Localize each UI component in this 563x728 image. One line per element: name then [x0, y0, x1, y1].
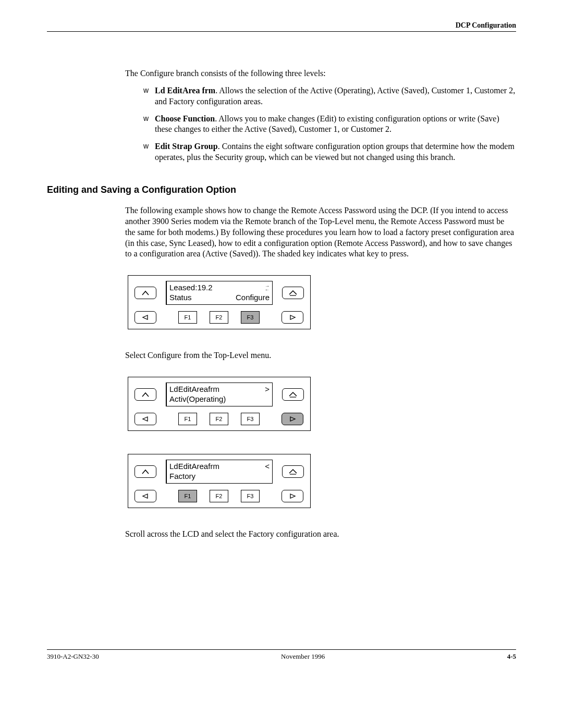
left-button[interactable] — [134, 413, 156, 425]
bullet-item: w Choose Function. Allows you to make ch… — [143, 114, 516, 135]
home-up-button[interactable] — [282, 287, 304, 299]
footer-right: 4-5 — [507, 652, 516, 661]
page-footer: 3910-A2-GN32-30 November 1996 4-5 — [47, 649, 516, 661]
section-paragraph: The following example shows how to chang… — [125, 205, 516, 260]
lcd-line1-left: LdEditAreafrm — [169, 462, 219, 472]
f3-key[interactable]: F3 — [241, 490, 260, 502]
intro-paragraph: The Configure branch consists of the fol… — [125, 68, 516, 79]
data-transfer-icon: →← — [265, 285, 270, 292]
f3-key[interactable]: F3 — [241, 311, 260, 324]
up-button[interactable] — [134, 388, 156, 401]
f1-key[interactable]: F1 — [178, 490, 197, 502]
lcd-line1-left: LdEditAreafrm — [169, 385, 219, 394]
bullet-title: Edit Strap Group — [155, 142, 218, 151]
left-button[interactable] — [134, 311, 156, 324]
footer-center: November 1996 — [281, 652, 325, 661]
home-up-button[interactable] — [282, 465, 304, 478]
lcd-panel-2: LdEditAreafrm > Activ(Operating) F1 F2 F… — [128, 377, 311, 431]
lcd-screen: LdEditAreafrm < Factory — [166, 460, 273, 484]
f2-key[interactable]: F2 — [210, 490, 228, 502]
lcd-panel-3: LdEditAreafrm < Factory F1 F2 F3 — [128, 454, 311, 508]
bullet-glyph: w — [143, 85, 155, 107]
bullet-item: w Ld EditArea frm. Allows the selection … — [143, 85, 516, 107]
f1-key[interactable]: F1 — [178, 413, 197, 425]
bullet-glyph: w — [143, 141, 155, 163]
footer-left: 3910-A2-GN32-30 — [47, 652, 99, 661]
bullet-glyph: w — [143, 114, 155, 135]
lcd-line2-right: Configure — [236, 293, 270, 303]
home-up-button[interactable] — [282, 388, 304, 401]
left-button[interactable] — [134, 490, 156, 502]
bullet-list: w Ld EditArea frm. Allows the selection … — [143, 85, 516, 163]
f1-key[interactable]: F1 — [178, 311, 197, 324]
bullet-title: Choose Function — [155, 114, 215, 123]
lcd-line1-right: < — [265, 462, 270, 472]
f2-key[interactable]: F2 — [210, 413, 228, 425]
lcd-screen: LdEditAreafrm > Activ(Operating) — [166, 382, 273, 406]
lcd-line2-left: Status — [169, 293, 192, 303]
lcd-line1-right: > — [265, 385, 270, 394]
bullet-text: Choose Function. Allows you to make chan… — [155, 114, 516, 135]
lcd-screen: Leased:19.2 →← Status Configure — [166, 281, 273, 305]
up-button[interactable] — [134, 465, 156, 478]
function-key-row: F1 F2 F3 — [166, 413, 272, 425]
function-key-row: F1 F2 F3 — [166, 311, 272, 324]
right-button[interactable] — [282, 311, 303, 324]
section-heading: Editing and Saving a Configuration Optio… — [47, 184, 516, 196]
function-key-row: F1 F2 F3 — [166, 490, 272, 502]
step-1-text: Select Configure from the Top-Level menu… — [125, 350, 516, 361]
step-2-text: Scroll across the LCD and select the Fac… — [125, 529, 516, 540]
lcd-line2-left: Activ(Operating) — [169, 394, 226, 404]
lcd-line1-left: Leased:19.2 — [169, 283, 213, 293]
page-header: DCP Configuration — [47, 21, 516, 32]
bullet-text: Edit Strap Group. Contains the eight sof… — [155, 141, 516, 163]
f2-key[interactable]: F2 — [210, 311, 228, 324]
lcd-line2-left: Factory — [169, 472, 195, 482]
bullet-text: Ld EditArea frm. Allows the selection of… — [155, 85, 516, 107]
bullet-item: w Edit Strap Group. Contains the eight s… — [143, 141, 516, 163]
f3-key[interactable]: F3 — [241, 413, 260, 425]
running-title: DCP Configuration — [456, 21, 516, 29]
up-button[interactable] — [134, 287, 156, 299]
bullet-title: Ld EditArea frm — [155, 86, 215, 95]
lcd-panel-1: Leased:19.2 →← Status Configure F1 F2 F3 — [128, 275, 311, 329]
right-button[interactable] — [282, 413, 303, 425]
right-button[interactable] — [282, 490, 303, 502]
